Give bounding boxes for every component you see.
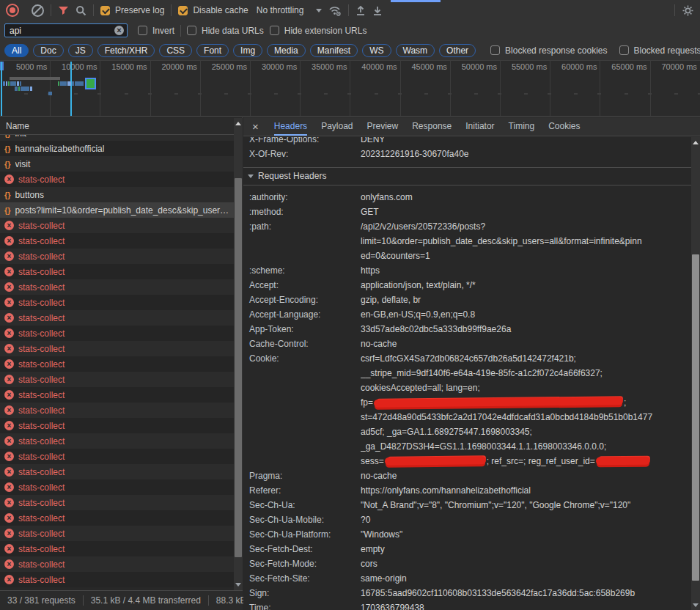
request-row[interactable]: ×stats-collect: [0, 341, 242, 356]
requests-scrollbar[interactable]: [234, 118, 243, 590]
import-har-icon[interactable]: [355, 5, 366, 16]
throttling-dropdown[interactable]: No throttling: [257, 5, 323, 15]
filter-pill-js[interactable]: JS: [68, 44, 93, 57]
request-row[interactable]: ×stats-collect: [0, 479, 242, 495]
details-scrollbar[interactable]: [691, 137, 700, 610]
waterfall-bar: [18, 87, 20, 91]
close-icon[interactable]: ×: [252, 120, 259, 133]
request-headers-section[interactable]: Request Headers: [243, 167, 691, 185]
scroll-up-icon[interactable]: [693, 141, 699, 144]
request-row[interactable]: ×stats-collect: [0, 310, 242, 326]
request-row[interactable]: {}buttons: [0, 187, 242, 202]
request-name: stats-collect: [18, 529, 76, 539]
tab-preview[interactable]: Preview: [367, 117, 399, 136]
tab-timing[interactable]: Timing: [509, 117, 535, 136]
request-row[interactable]: ×stats-collect: [0, 526, 242, 541]
filter-pill-manifest[interactable]: Manifest: [310, 44, 358, 57]
request-row[interactable]: ×stats-collect: [0, 249, 242, 264]
disable-cache-checkbox[interactable]: Disable cache: [178, 5, 248, 15]
tab-payload[interactable]: Payload: [321, 117, 353, 136]
request-row[interactable]: ×stats-collect: [0, 556, 242, 572]
checkbox-checked[interactable]: [100, 6, 110, 15]
request-row[interactable]: ×stats-collect: [0, 433, 242, 449]
tab-cookies[interactable]: Cookies: [548, 117, 580, 136]
header-value-line: csrf=LdfcGX4Sa72db06824c657db26a5d142472…: [361, 351, 691, 366]
header-value: 33d57ade8c02dbc5a333db99ff9ae26a: [361, 322, 691, 337]
filter-pill-ws[interactable]: WS: [362, 44, 391, 57]
scrollbar-thumb[interactable]: [235, 178, 242, 557]
request-row[interactable]: ×stats-collect: [0, 387, 242, 403]
request-row[interactable]: ×stats-collect: [0, 326, 242, 341]
filter-pill-img[interactable]: Img: [233, 44, 262, 57]
request-row[interactable]: {}init: [0, 135, 242, 141]
request-row[interactable]: ×stats-collect: [0, 172, 242, 187]
checkbox-checked[interactable]: [178, 6, 188, 15]
network-overview-timeline[interactable]: 5000 ms10000 ms15000 ms20000 ms25000 ms3…: [0, 61, 700, 117]
tab-initiator[interactable]: Initiator: [465, 117, 494, 136]
request-row[interactable]: ×stats-collect: [0, 403, 242, 418]
request-row[interactable]: ×stats-collect: [0, 541, 242, 556]
request-row[interactable]: ×stats-collect: [0, 218, 242, 233]
checkbox-unchecked[interactable]: [138, 26, 147, 35]
filter-pill-doc[interactable]: Doc: [33, 44, 63, 57]
filter-pill-fetch-xhr[interactable]: Fetch/XHR: [97, 44, 155, 57]
scroll-down-icon[interactable]: [693, 603, 699, 607]
request-row[interactable]: {}hannahelizabethofficial: [0, 141, 242, 156]
filter-pill-wasm[interactable]: Wasm: [396, 44, 435, 57]
filter-pill-all[interactable]: All: [4, 44, 29, 57]
header-key: App-Token:: [243, 322, 361, 337]
blocked-requests-checkbox[interactable]: Blocked requests: [619, 45, 700, 56]
request-row[interactable]: ×stats-collect: [0, 279, 242, 295]
export-har-icon[interactable]: [372, 5, 383, 16]
filter-pill-css[interactable]: CSS: [159, 44, 192, 57]
blocked-response-cookies-checkbox[interactable]: Blocked response cookies: [490, 45, 607, 56]
timeline-tick-label: 30000 ms: [248, 62, 297, 71]
filter-icon[interactable]: [58, 5, 69, 15]
request-row[interactable]: {}visit: [0, 156, 242, 172]
header-value-line: ad5cf; _ga=GA1.1.689275447.1698003345;: [361, 425, 691, 439]
scrollbar-thumb[interactable]: [692, 254, 699, 581]
checkbox-unchecked[interactable]: [270, 26, 279, 35]
preserve-log-checkbox[interactable]: Preserve log: [100, 5, 164, 15]
filter-pill-font[interactable]: Font: [196, 44, 229, 57]
name-column-header[interactable]: Name: [0, 117, 242, 135]
tick-mark: [24, 93, 28, 95]
request-row[interactable]: {}posts?limit=10&order=publish_date_desc…: [0, 202, 242, 218]
clear-filter-icon[interactable]: ×: [114, 26, 124, 35]
filter-pill-other[interactable]: Other: [439, 44, 476, 57]
header-value-line: sess=; ref_src=; reg_ref_user_id=: [361, 454, 691, 468]
hide-extension-urls-checkbox[interactable]: Hide extension URLs: [270, 26, 367, 36]
top-focus-strip: [391, 0, 441, 2]
filter-input[interactable]: api ×: [4, 23, 128, 37]
tab-response[interactable]: Response: [412, 117, 452, 136]
checkbox-unchecked[interactable]: [187, 26, 196, 35]
section-title: Request Headers: [258, 168, 326, 185]
filter-pill-media[interactable]: Media: [267, 44, 306, 57]
request-row[interactable]: ×stats-collect: [0, 572, 242, 587]
clear-button[interactable]: [32, 4, 44, 17]
request-row[interactable]: ×stats-collect: [0, 418, 242, 433]
request-row[interactable]: ×stats-collect: [0, 233, 242, 249]
request-row[interactable]: ×stats-collect: [0, 295, 242, 310]
request-row[interactable]: ×stats-collect: [0, 495, 242, 510]
invert-checkbox[interactable]: Invert: [138, 26, 174, 36]
request-row[interactable]: ×stats-collect: [0, 356, 242, 372]
record-button[interactable]: [6, 4, 19, 17]
checkbox-unchecked[interactable]: [490, 45, 500, 55]
checkbox-unchecked[interactable]: [619, 45, 629, 55]
scroll-up-icon[interactable]: [235, 122, 241, 125]
request-row[interactable]: ×stats-collect: [0, 449, 242, 464]
network-conditions-icon[interactable]: [328, 5, 342, 16]
scroll-down-icon[interactable]: [235, 583, 241, 587]
throttling-value: No throttling: [257, 5, 304, 15]
request-row[interactable]: ×stats-collect: [0, 464, 242, 479]
tab-headers[interactable]: Headers: [274, 117, 307, 136]
settings-gear-icon[interactable]: [682, 4, 694, 17]
request-row[interactable]: ×stats-collect: [0, 264, 242, 279]
request-row[interactable]: ×stats-collect: [0, 372, 242, 387]
search-icon[interactable]: [75, 5, 86, 16]
header-row: X-Of-Rev: 202312261916-30670fa40e: [243, 147, 691, 161]
hide-data-urls-checkbox[interactable]: Hide data URLs: [187, 26, 264, 36]
waterfall-bar: [1, 62, 2, 116]
request-row[interactable]: ×stats-collect: [0, 510, 242, 526]
